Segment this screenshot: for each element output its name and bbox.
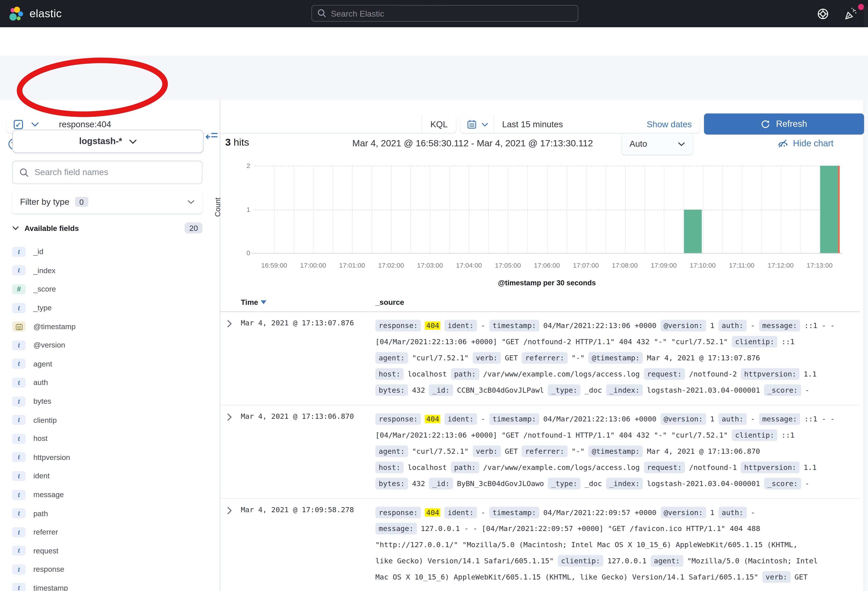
sidebar-field-timestamp[interactable]: ttimestamp: [12, 579, 207, 591]
sidebar-field-auth[interactable]: tauth: [12, 373, 207, 392]
saved-query-menu[interactable]: [7, 119, 47, 129]
histogram-bar-17:09:30[interactable]: [684, 210, 702, 253]
table-row: Mar 4, 2021 @ 17:09:58.278response:404id…: [220, 499, 859, 591]
sidebar-field-index[interactable]: t_index: [12, 261, 207, 280]
sidebar-field-referrer[interactable]: treferrer: [12, 523, 207, 541]
hide-chart-label: Hide chart: [793, 139, 834, 149]
field-name-pill: message:: [759, 320, 800, 332]
field-value: 1: [710, 321, 714, 330]
field-value: 127.0.0.1: [608, 557, 647, 565]
x-axis-tick: 17:11:00: [722, 262, 761, 269]
sidebar-field-agent[interactable]: tagent: [12, 355, 207, 373]
expand-row-icon[interactable]: [227, 320, 232, 328]
expand-row-icon[interactable]: [227, 507, 232, 514]
field-value: "curl/7.52.1": [412, 447, 469, 455]
sidebar-field-path[interactable]: tpath: [12, 504, 207, 523]
query-language-button[interactable]: KQL: [421, 116, 456, 133]
sidebar-field-message[interactable]: tmessage: [12, 485, 207, 504]
row-timestamp: Mar 4, 2021 @ 17:13:07.876: [241, 319, 354, 327]
sidebar-field-request[interactable]: trequest: [12, 541, 207, 560]
field-value: Mac OS X 10_15_6) AppleWebKit/605.1.15 (…: [375, 573, 758, 581]
chevron-down-icon: [31, 122, 39, 127]
string-field-icon: t: [12, 452, 25, 462]
show-dates-link[interactable]: Show dates: [647, 119, 692, 129]
page-scrollbar[interactable]: [864, 27, 868, 591]
string-field-icon: t: [12, 583, 25, 591]
index-pattern-selector[interactable]: logstash-*: [12, 130, 204, 153]
expand-row-icon[interactable]: [227, 413, 232, 421]
highlighted-value: 404: [425, 415, 440, 423]
available-fields-count-badge: 20: [185, 222, 202, 233]
filter-by-type-dropdown[interactable]: Filter by type 0: [12, 190, 202, 214]
string-field-icon: t: [12, 490, 25, 499]
x-axis-tick: 17:02:00: [372, 262, 410, 269]
hide-chart-toggle[interactable]: Hide chart: [777, 139, 834, 149]
sidebar-field-ident[interactable]: tident: [12, 467, 207, 485]
field-name-pill: @timestamp:: [589, 446, 643, 457]
histogram-interval-select[interactable]: Auto: [621, 133, 693, 155]
field-name-pill: auth:: [718, 507, 747, 519]
time-range-value[interactable]: Last 15 minutes: [502, 119, 647, 129]
string-field-icon: t: [12, 415, 25, 425]
index-pattern-name: logstash-*: [79, 136, 122, 146]
sidebar-field-host[interactable]: thost: [12, 429, 207, 448]
number-field-icon: #: [12, 284, 25, 294]
sidebar-field-response[interactable]: tresponse: [12, 560, 207, 579]
sidebar-field-score[interactable]: #_score: [12, 280, 207, 298]
field-name: _id: [33, 248, 43, 256]
field-name-pill: verb:: [472, 446, 501, 457]
help-life-ring-icon[interactable]: [817, 7, 829, 20]
sidebar-field-clientip[interactable]: tclientip: [12, 411, 207, 429]
sidebar-field-bytes[interactable]: tbytes: [12, 392, 207, 411]
field-name-pill: @version:: [660, 507, 706, 519]
chevron-down-icon: [12, 226, 19, 230]
column-header-time[interactable]: Time: [241, 298, 266, 307]
highlighted-value: 404: [425, 508, 440, 517]
histogram-bar-17:13:00[interactable]: [820, 166, 838, 253]
field-search-input[interactable]: Search field names: [12, 161, 202, 184]
x-axis-tick: 17:06:00: [527, 262, 566, 269]
field-value: localhost: [407, 463, 447, 472]
field-value: -: [751, 508, 755, 517]
field-value: [04/Mar/2021:22:13:06 +0000] "GET /notfo…: [375, 338, 728, 346]
field-name-pill: verb:: [472, 352, 501, 363]
field-name: referrer: [33, 528, 58, 536]
field-name-pill: bytes:: [375, 478, 408, 489]
table-row: Mar 4, 2021 @ 17:13:07.876response:404id…: [220, 312, 859, 405]
refresh-button[interactable]: Refresh: [704, 114, 864, 134]
string-field-icon: t: [12, 434, 25, 443]
field-value: "http://127.0.0.1/" "Mozilla/5.0 (Macint…: [375, 541, 797, 549]
scrollbar-thumb[interactable]: [864, 6, 868, 27]
x-axis-tick: 16:59:00: [255, 262, 294, 269]
field-value: "curl/7.52.1": [412, 354, 469, 362]
sidebar-field-version[interactable]: t@version: [12, 336, 207, 355]
eye-closed-icon: [777, 139, 788, 149]
field-value: -: [481, 321, 485, 330]
available-fields-header[interactable]: Available fields 20: [12, 222, 202, 233]
brand-name: elastic: [30, 7, 62, 20]
field-value: logstash-2021.03.04-000001: [647, 479, 760, 488]
sidebar-field-id[interactable]: t_id: [12, 242, 207, 261]
field-name-pill: _type:: [548, 384, 581, 396]
quick-select-menu[interactable]: [461, 120, 494, 129]
table-row: Mar 4, 2021 @ 17:13:06.870response:404id…: [220, 405, 859, 499]
query-text[interactable]: response:404: [59, 119, 421, 129]
string-field-icon: t: [12, 508, 25, 519]
date-picker[interactable]: Last 15 minutes Show dates: [461, 116, 699, 133]
field-name: _index: [33, 266, 56, 275]
field-value: localhost: [407, 370, 447, 378]
collapse-sidebar-icon[interactable]: [206, 131, 218, 142]
sidebar-field-httpversion[interactable]: thttpversion: [12, 448, 207, 467]
chart-time-range: Mar 4, 2021 @ 16:58:30.112 - Mar 4, 2021…: [278, 138, 667, 149]
field-name-pill: host:: [375, 368, 404, 380]
chart-plot-area[interactable]: 012: [255, 166, 839, 253]
sidebar-field-timestamp[interactable]: @timestamp: [12, 317, 207, 336]
global-search-input[interactable]: Search Elastic: [311, 5, 578, 22]
field-value: /notfound-1: [689, 463, 737, 472]
row-source: response:404ident:-timestamp:04/Mar/2021…: [375, 504, 856, 585]
sidebar-field-type[interactable]: t_type: [12, 298, 207, 317]
elastic-brand[interactable]: elastic: [8, 5, 62, 22]
row-timestamp: Mar 4, 2021 @ 17:13:06.870: [241, 412, 354, 421]
news-button[interactable]: [843, 6, 858, 21]
y-axis-tick: 2: [195, 162, 250, 170]
